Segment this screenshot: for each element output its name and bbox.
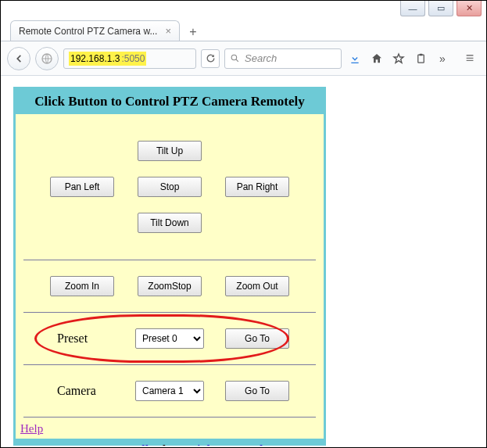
search-icon (230, 53, 240, 63)
camera-section: Camera Camera 1 Go To (16, 365, 324, 417)
minimize-icon: — (409, 4, 417, 13)
download-icon (349, 52, 361, 65)
zoom-out-button[interactable]: Zoom Out (225, 276, 289, 296)
new-tab-button[interactable]: + (184, 23, 202, 41)
home-icon (371, 52, 383, 65)
chevron-right-double-icon: » (439, 52, 446, 65)
tilt-up-button[interactable]: Tilt Up (138, 141, 202, 161)
preset-section: Preset Preset 0 Go To (16, 313, 324, 364)
tab-strip: Remote Control PTZ Camera w... × + (1, 18, 486, 41)
tab-title: Remote Control PTZ Camera w... (19, 26, 157, 37)
pan-right-button[interactable]: Pan Right (225, 177, 289, 197)
zoom-in-button[interactable]: Zoom In (50, 276, 114, 296)
svg-rect-2 (417, 55, 424, 63)
preset-select[interactable]: Preset 0 (135, 328, 204, 349)
help-section: Help (16, 418, 324, 439)
close-icon: ✕ (466, 3, 473, 13)
pan-left-button[interactable]: Pan Left (50, 177, 114, 197)
window-close-button[interactable]: ✕ (457, 1, 482, 16)
footer: PTZ Controller by Serial Port Tool (16, 439, 324, 446)
reload-icon (206, 53, 216, 63)
hamburger-icon: ≡ (466, 50, 474, 66)
camera-select[interactable]: Camera 1 (135, 381, 204, 401)
window-maximize-button[interactable]: ▭ (428, 1, 453, 16)
tilt-down-button[interactable]: Tilt Down (138, 213, 202, 233)
overflow-button[interactable]: » (434, 52, 451, 65)
address-bar[interactable]: 192.168.1.3:5050 (63, 48, 196, 69)
reload-button[interactable] (201, 49, 220, 68)
help-link[interactable]: Help (20, 422, 43, 435)
star-icon (392, 52, 405, 65)
preset-goto-button[interactable]: Go To (225, 328, 289, 349)
footer-brand-link[interactable]: PTZ Controller (77, 443, 160, 446)
svg-rect-3 (419, 53, 422, 56)
arrow-left-icon (13, 53, 24, 64)
content-viewport: Click Button to Control PTZ Camera Remot… (1, 76, 486, 446)
bookmark-button[interactable] (390, 52, 407, 65)
url-host: 192.168.1.3 (69, 52, 121, 66)
window-minimize-button[interactable]: — (400, 1, 425, 16)
footer-vendor-link[interactable]: Serial Port Tool (179, 443, 263, 446)
zoom-stop-button[interactable]: ZoomStop (138, 276, 202, 296)
browser-toolbar: 192.168.1.3:5050 Search » ≡ (1, 41, 486, 76)
pan-tilt-section: Tilt Up Pan Left Stop Pan Right Tilt Dow… (16, 114, 324, 260)
preset-label: Preset (43, 328, 121, 349)
page-title: Click Button to Control PTZ Camera Remot… (16, 89, 324, 114)
zoom-section: Zoom In ZoomStop Zoom Out (16, 260, 324, 312)
search-bar[interactable]: Search (224, 48, 342, 69)
maximize-icon: ▭ (437, 3, 445, 13)
library-button[interactable] (412, 52, 429, 65)
home-button[interactable] (368, 52, 385, 65)
svg-point-1 (231, 55, 237, 60)
site-identity-button[interactable] (35, 47, 59, 70)
globe-icon (41, 52, 53, 65)
tab-close-icon[interactable]: × (165, 25, 171, 37)
downloads-button[interactable] (346, 52, 363, 65)
clipboard-icon (415, 52, 427, 65)
menu-button[interactable]: ≡ (460, 50, 480, 66)
search-placeholder: Search (245, 52, 277, 64)
stop-button[interactable]: Stop (138, 177, 202, 197)
back-button[interactable] (7, 47, 30, 70)
browser-tab[interactable]: Remote Control PTZ Camera w... × (10, 20, 180, 41)
camera-label: Camera (43, 381, 121, 401)
ptz-panel: Click Button to Control PTZ Camera Remot… (13, 87, 326, 446)
footer-by: by (159, 443, 179, 446)
url-port: :5050 (121, 52, 146, 66)
camera-goto-button[interactable]: Go To (225, 381, 289, 401)
